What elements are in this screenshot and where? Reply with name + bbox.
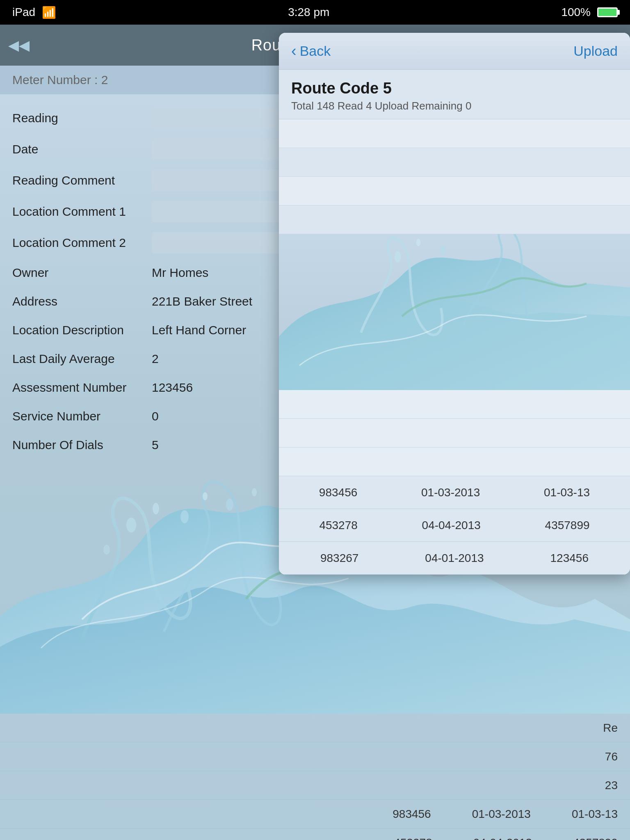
status-bar: iPad 📶 3:28 pm 100% (0, 0, 630, 25)
label-reading: Reading (12, 111, 152, 125)
table-row-data1: 983456 01-03-2013 01-03-13 (0, 800, 630, 829)
label-assessment-number: Assessment Number (12, 381, 152, 395)
battery-percent: 100% (561, 6, 591, 19)
cell-d2-c2: 04-04-2013 (473, 836, 532, 840)
back-chevron-icon: ‹ (291, 42, 297, 60)
value-number-of-dials: 5 (152, 438, 159, 452)
list-item (279, 447, 630, 476)
value-last-daily-average: 2 (152, 352, 159, 366)
svg-point-9 (440, 246, 446, 256)
value-assessment-number: 123456 (152, 381, 193, 395)
popup-cell-2-1: 453278 (319, 519, 357, 532)
value-service-number: 0 (152, 409, 159, 423)
label-reading-comment: Reading Comment (12, 173, 152, 187)
svg-point-7 (395, 251, 401, 262)
meter-label: Meter Number : 2 (12, 73, 108, 87)
popup-cell-1-1: 983456 (319, 486, 357, 499)
label-location-comment-2: Location Comment 2 (12, 236, 152, 250)
table-row-23: 23 (0, 771, 630, 800)
list-item (279, 119, 630, 148)
popup-back-button[interactable]: ‹ Back (291, 42, 331, 60)
svg-point-4 (103, 545, 110, 555)
popup-cell-2-2: 04-04-2013 (422, 519, 481, 532)
label-last-daily-average: Last Daily Average (12, 352, 152, 366)
popup-route-subtitle: Total 148 Read 4 Upload Remaining 0 (291, 100, 618, 112)
popup-route-title: Route Code 5 (291, 80, 618, 97)
label-location-description: Location Description (12, 323, 152, 337)
label-location-comment-1: Location Comment 1 (12, 205, 152, 219)
status-left: iPad 📶 (12, 6, 56, 19)
list-item (279, 205, 630, 234)
popup-back-label: Back (300, 43, 331, 59)
value-address: 221B Baker Street (152, 294, 252, 308)
svg-point-6 (252, 488, 257, 496)
svg-point-0 (126, 518, 136, 532)
status-right: 100% (561, 6, 618, 19)
label-date: Date (12, 142, 152, 156)
svg-point-3 (203, 492, 208, 500)
table-row-76: 76 (0, 742, 630, 771)
popup-cell-3-1: 983267 (320, 552, 358, 565)
label-service-number: Service Number (12, 409, 152, 423)
cell-d1-c2: 01-03-2013 (472, 808, 531, 821)
cell-23: 23 (605, 779, 618, 792)
svg-point-8 (416, 239, 420, 246)
label-number-of-dials: Number Of Dials (12, 438, 152, 452)
popup-panel: ‹ Back Upload Route Code 5 Total 148 Rea… (279, 33, 630, 575)
bottom-table: Re 76 23 983456 01-03-2013 01-03-13 4532… (0, 714, 630, 840)
popup-cell-1-3: 01-03-13 (544, 486, 590, 499)
popup-cell-3-2: 04-01-2013 (425, 552, 484, 565)
popup-list (279, 119, 630, 234)
cell-d1-c3: 01-03-13 (572, 808, 618, 821)
cell-76: 76 (605, 750, 618, 763)
re-label: Re (603, 721, 618, 735)
cell-d1-c1: 983456 (393, 808, 431, 821)
list-item (279, 177, 630, 205)
nav-back-button[interactable]: ◀◀ (8, 37, 30, 53)
time-label: 3:28 pm (288, 6, 329, 19)
popup-cell-1-2: 01-03-2013 (421, 486, 480, 499)
popup-cell-3-3: 123456 (550, 552, 589, 565)
popup-data-row-2: 453278 04-04-2013 4357899 (279, 509, 630, 542)
wifi-icon: 📶 (42, 6, 56, 19)
battery-icon (597, 7, 618, 17)
popup-header: ‹ Back Upload (279, 33, 630, 70)
label-address: Address (12, 294, 152, 308)
value-owner: Mr Homes (152, 266, 208, 280)
cell-d2-c1: 453278 (394, 836, 432, 840)
svg-point-1 (153, 503, 159, 514)
list-item (279, 148, 630, 177)
list-item (279, 390, 630, 419)
value-location-description: Left Hand Corner (152, 323, 246, 337)
label-owner: Owner (12, 266, 152, 280)
popup-upload-button[interactable]: Upload (573, 43, 618, 59)
svg-point-5 (226, 498, 233, 511)
popup-water-area (279, 234, 630, 390)
table-row-partial-re: Re (0, 714, 630, 742)
cell-d2-c3: 4357899 (573, 836, 618, 840)
popup-cell-2-3: 4357899 (545, 519, 590, 532)
svg-point-2 (180, 510, 189, 523)
carrier-label: iPad (12, 6, 35, 19)
popup-route-info: Route Code 5 Total 148 Read 4 Upload Rem… (279, 70, 630, 119)
popup-data-row-3: 983267 04-01-2013 123456 (279, 542, 630, 575)
table-row-data2: 453278 04-04-2013 4357899 (0, 829, 630, 840)
list-item (279, 419, 630, 447)
popup-data-row-1: 983456 01-03-2013 01-03-13 (279, 476, 630, 509)
popup-list-bottom (279, 390, 630, 476)
